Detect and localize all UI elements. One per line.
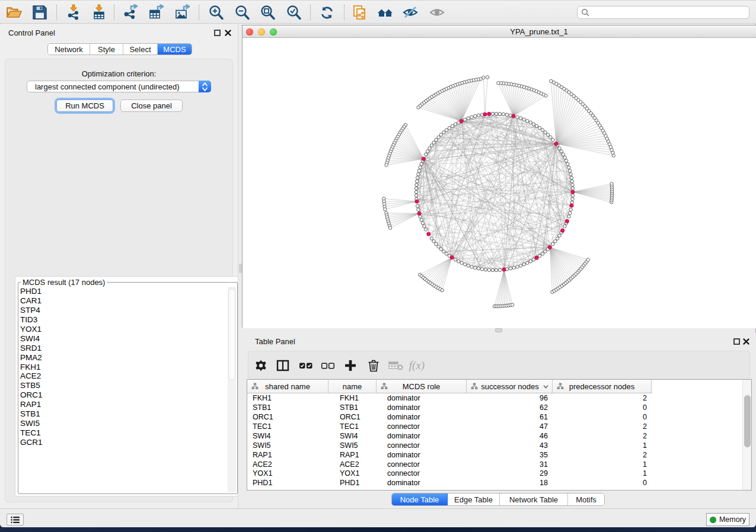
memory-button[interactable]: Memory — [706, 513, 749, 526]
search-icon — [581, 8, 589, 17]
unselect-all-columns-icon[interactable] — [320, 358, 336, 373]
column-header-successor-nodes[interactable]: successor nodes — [467, 380, 553, 393]
tab-motifs[interactable]: Motifs — [568, 493, 604, 505]
table-cell: SWI5 — [247, 441, 328, 450]
column-header-name[interactable]: name — [328, 380, 377, 393]
export-table-icon[interactable] — [147, 4, 165, 21]
tab-node-table[interactable]: Node Table — [392, 493, 448, 505]
mcds-result-item[interactable]: SRD1 — [20, 344, 236, 353]
mcds-result-item[interactable]: STB1 — [20, 409, 236, 419]
import-table-icon[interactable] — [90, 4, 108, 21]
network-canvas[interactable] — [243, 38, 756, 328]
refresh-icon[interactable] — [318, 4, 336, 21]
mcds-result-item[interactable]: SWI4 — [20, 334, 236, 344]
table-row[interactable]: RAP1RAP1dominator352 — [247, 450, 751, 460]
tab-network[interactable]: Network — [48, 44, 90, 55]
float-table-panel-icon[interactable] — [733, 336, 740, 347]
mcds-result-item[interactable]: STB5 — [20, 381, 236, 390]
window-minimize-icon[interactable] — [258, 28, 265, 36]
status-bar: Memory — [0, 508, 756, 527]
mcds-result-item[interactable]: CAR1 — [20, 296, 236, 306]
tab-edge-table[interactable]: Edge Table — [448, 493, 500, 505]
tab-style[interactable]: Style — [90, 44, 123, 55]
first-neighbors-icon[interactable] — [377, 4, 394, 21]
export-image-icon[interactable] — [173, 4, 191, 21]
tab-mcds[interactable]: MCDS — [158, 44, 192, 55]
status-menu-button[interactable] — [7, 514, 24, 525]
float-panel-icon[interactable] — [214, 28, 221, 39]
table-row[interactable]: STB1STB1dominator620 — [247, 403, 751, 412]
mcds-result-item[interactable]: GCR1 — [20, 438, 236, 447]
mcds-result-item[interactable]: FKH1 — [20, 363, 236, 372]
table-row[interactable]: PHD1PHD1dominator180 — [247, 478, 751, 488]
export-network-icon[interactable] — [122, 4, 139, 21]
table-cell: FKH1 — [328, 394, 377, 402]
mcds-result-item[interactable]: SWI5 — [20, 419, 236, 428]
table-cell: SWI4 — [328, 432, 377, 440]
attribute-icon — [557, 383, 564, 390]
tab-select[interactable]: Select — [123, 44, 158, 55]
search-box[interactable] — [577, 6, 749, 19]
criterion-dropdown[interactable]: largest connected component (undirected) — [27, 81, 211, 92]
open-session-icon[interactable] — [5, 4, 23, 21]
column-header-MCDS-role[interactable]: MCDS role — [377, 380, 467, 393]
save-session-icon[interactable] — [31, 4, 49, 21]
mcds-result-list[interactable]: PHD1CAR1STP4TID3YOX1SWI4SRD1PMA2FKH1ACE2… — [20, 287, 236, 492]
clone-network-icon[interactable] — [351, 4, 369, 21]
control-panel-tabs: NetworkStyleSelectMCDS — [47, 43, 192, 55]
delete-column-icon[interactable] — [365, 358, 382, 373]
mcds-result-item[interactable]: STP4 — [20, 306, 236, 315]
select-all-columns-icon[interactable] — [298, 358, 314, 373]
mcds-tab-content: Optimization criterion: largest connecte… — [5, 59, 233, 502]
network-graph — [243, 38, 756, 328]
import-network-icon[interactable] — [65, 4, 82, 21]
table-row[interactable]: ORC1ORC1dominator610 — [247, 412, 751, 422]
column-header-shared-name[interactable]: shared name — [247, 380, 328, 393]
close-panel-icon[interactable] — [225, 28, 231, 39]
table-scrollbar[interactable] — [742, 380, 751, 490]
mcds-scrollbar[interactable] — [228, 287, 236, 492]
function-builder-icon[interactable]: f(x) — [409, 358, 425, 373]
mcds-scrollbar-thumb[interactable] — [228, 289, 235, 380]
mcds-result-item[interactable]: ACE2 — [20, 371, 236, 381]
close-table-panel-icon[interactable] — [743, 336, 749, 347]
toolbar-separator — [344, 5, 344, 20]
table-row[interactable]: ACE2ACE2connector311 — [247, 460, 751, 469]
zoom-out-icon[interactable] — [233, 4, 251, 21]
table-row[interactable]: SWI5SWI5connector431 — [247, 441, 751, 450]
tab-network-table[interactable]: Network Table — [500, 493, 568, 505]
horizontal-splitter-grip[interactable] — [495, 328, 502, 332]
optimization-criterion-label: Optimization criterion: — [5, 69, 233, 78]
table-row[interactable]: FKH1FKH1dominator962 — [247, 393, 751, 403]
table-cell: dominator — [377, 479, 467, 487]
vertical-splitter[interactable] — [238, 24, 242, 508]
mcds-result-item[interactable]: PHD1 — [20, 287, 236, 296]
hide-selected-icon[interactable] — [402, 4, 420, 21]
mcds-result-item[interactable]: PMA2 — [20, 353, 236, 363]
table-cell: 2 — [553, 432, 652, 440]
table-row[interactable]: SWI4SWI4dominator462 — [247, 431, 751, 441]
mcds-result-item[interactable]: ORC1 — [20, 390, 236, 400]
window-maximize-icon[interactable] — [270, 28, 277, 36]
table-settings-icon[interactable] — [253, 358, 269, 373]
zoom-selected-icon[interactable] — [285, 4, 302, 21]
mcds-result-item[interactable]: RAP1 — [20, 400, 236, 409]
close-panel-button[interactable]: Close panel — [120, 100, 183, 112]
column-header-predecessor-nodes[interactable]: predecessor nodes — [553, 380, 652, 393]
zoom-fit-icon[interactable] — [259, 4, 276, 21]
mcds-result-item[interactable]: YOX1 — [20, 325, 236, 334]
add-column-icon[interactable] — [342, 358, 359, 373]
delete-table-icon[interactable] — [388, 358, 404, 373]
run-mcds-button[interactable]: Run MCDS — [56, 100, 113, 112]
show-columns-icon[interactable] — [275, 358, 291, 373]
window-close-icon[interactable] — [246, 28, 253, 36]
mcds-result-item[interactable]: TEC1 — [20, 428, 236, 438]
mcds-result-item[interactable]: TID3 — [20, 315, 236, 325]
table-scrollbar-thumb[interactable] — [744, 395, 751, 447]
show-all-icon[interactable] — [429, 4, 446, 21]
zoom-in-icon[interactable] — [207, 4, 225, 21]
network-titlebar[interactable]: YPA_prune.txt_1 — [243, 25, 756, 38]
search-input[interactable] — [592, 8, 749, 17]
table-row[interactable]: YOX1YOX1connector291 — [247, 469, 751, 479]
table-row[interactable]: TEC1TEC1connector472 — [247, 422, 751, 431]
